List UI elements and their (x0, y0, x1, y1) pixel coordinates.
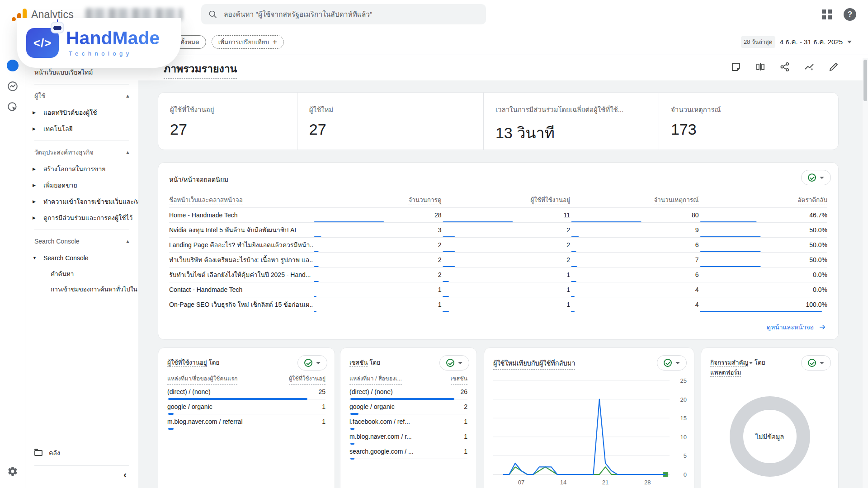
column-header[interactable]: อัตราตีกลับ (699, 195, 828, 207)
sidebar-item[interactable]: ▶แอตทริบิวต์ของผู้ใช้ (25, 104, 138, 121)
value-bar (700, 311, 822, 312)
source-row[interactable]: google / organic2 (349, 399, 467, 414)
data-quality-dropdown[interactable] (439, 355, 469, 371)
insights-icon[interactable] (804, 61, 815, 72)
sidebar-item[interactable]: ▼Search Console (25, 250, 138, 266)
value-bar (350, 413, 359, 415)
value-bar (700, 266, 761, 267)
table-row[interactable]: Home - Handmade Tech28118046.7% (169, 207, 827, 222)
source-row[interactable]: search.google.com / ...1 (349, 444, 467, 459)
table-row[interactable]: On-Page SEO เว็บธุรกิจ ใหม่ เช็กลิสต์ 15… (169, 297, 827, 312)
google-apps-grid-icon[interactable] (822, 9, 832, 19)
library-label: คลัง (49, 448, 60, 458)
line-chart: 051015202507142128ธ.ค. (487, 374, 691, 488)
advertising-icon[interactable] (6, 100, 19, 114)
add-comparison-chip[interactable]: เพิ่มการเปรียบเทียบ + (212, 35, 284, 49)
table-cell: 4 (570, 297, 699, 312)
value-bar (571, 311, 575, 312)
metric-value: 27 (309, 121, 483, 138)
sidebar-item[interactable]: ▶ดูการมีส่วนร่วมและการคงผู้ใช้ไว้ (25, 210, 138, 226)
table-row[interactable]: Nvidia ลงทุน Intel 5 พันล้าน จับมือพัฒนา… (169, 222, 827, 237)
data-quality-dropdown[interactable] (801, 170, 831, 185)
source-value: 1 (464, 433, 467, 440)
home-icon[interactable] (6, 59, 19, 72)
column-header[interactable]: จำนวนเหตุการณ์ (570, 195, 699, 207)
folder-icon (34, 450, 42, 456)
column-headers[interactable]: แหล่งที่มา / สื่อของเ...เซสชัน (349, 374, 467, 385)
value-bar (571, 281, 576, 282)
source-label: google / organic (167, 403, 212, 410)
check-circle-icon (664, 359, 672, 367)
table-row[interactable]: ทำเว็บบริษัท ต้องเตรียมอะไรบ้าง: เนื้อหา… (169, 252, 827, 267)
settings-gear-icon[interactable] (6, 465, 19, 478)
search-bar[interactable] (201, 4, 486, 24)
platform-card-title: กิจกรรมสำคัญ โดย แพลตฟอร์ม (710, 358, 796, 378)
column-header[interactable]: ชื่อหน้าเว็บและคลาสหน้าจอ (169, 195, 313, 207)
table-cell: 1 (442, 282, 571, 297)
metric-1: ผู้ใช้ใหม่27 (297, 93, 483, 150)
table-row[interactable]: รับทำเว็บไซต์ เลือกยังไงให้คุ้มค่าในปี 2… (169, 267, 827, 282)
pages-card-title: หน้า/หน้าจอยอดนิยม (169, 174, 827, 185)
date-range-picker[interactable]: 28 วันล่าสุด 4 ธ.ค. - 31 ธ.ค. 2025 (741, 29, 852, 55)
share-icon[interactable] (779, 61, 790, 72)
sidebar-item[interactable]: การเข้าชมของการค้นหาทั่วไปใน ... (25, 282, 138, 297)
reports-icon[interactable] (6, 80, 19, 93)
source-row[interactable]: m.blog.naver.com / referral1 (167, 414, 326, 429)
help-icon[interactable]: ? (844, 8, 856, 21)
chevron-down-icon[interactable] (749, 362, 753, 364)
source-value: 26 (460, 388, 467, 395)
sidebar-item[interactable]: คำค้นหา (25, 266, 138, 282)
sidebar-item[interactable]: ▶สร้างโอกาสในการขาย (25, 161, 138, 177)
source-row[interactable]: m.blog.naver.com / r...1 (349, 429, 467, 444)
sidebar-section-header[interactable]: วัตถุประสงค์ทางธุรกิจ▲ (25, 144, 138, 161)
table-row[interactable]: Landing Page คืออะไร? ทำไมยิงแอดแล้วควรม… (169, 237, 827, 252)
comparison-columns-icon[interactable] (755, 61, 766, 72)
search-icon (208, 10, 217, 19)
arrow-right-icon (818, 323, 826, 331)
collapse-sidebar-icon[interactable]: ‹ (123, 469, 127, 480)
table-cell: 80 (570, 208, 699, 222)
source-value: 1 (464, 418, 467, 425)
table-row[interactable]: Contact - Handmade Tech1140.0% (169, 282, 827, 297)
table-cell: 2 (442, 223, 571, 237)
table-cell: 4 (570, 282, 699, 297)
chevron-up-icon: ▲ (125, 93, 130, 99)
sidebar-item[interactable]: ▶เพิ่มยอดขาย (25, 177, 138, 193)
value-bar (571, 221, 642, 222)
source-row[interactable]: google / organic1 (167, 399, 326, 414)
table-cell: Home - Handmade Tech (169, 208, 313, 222)
edit-pencil-icon[interactable] (828, 61, 839, 72)
scrollbar[interactable] (863, 58, 868, 488)
key-events-platform-card: กิจกรรมสำคัญ โดย แพลตฟอร์ม ไม่มีข้อมูล (701, 347, 839, 488)
search-input[interactable] (224, 10, 479, 19)
feedback-note-icon[interactable] (731, 61, 741, 72)
table-cell: 0.0% (699, 282, 828, 297)
svg-text:15: 15 (680, 415, 687, 422)
value-bar (443, 251, 455, 252)
source-row[interactable]: (direct) / (none)26 (349, 385, 467, 399)
metric-label: เวลาในการมีส่วนร่วมโดยเฉลี่ยต่อผู้ใช้ที่… (495, 104, 659, 115)
no-data-label: ไม่มีข้อมูล (755, 432, 784, 442)
report-sidebar: หน้าเว็บแบบเรียลไทม์ผู้ใช้▲▶แอตทริบิวต์ข… (25, 29, 138, 488)
filter-bar: ผู้ใช้ทั้งหมด เพิ่มการเปรียบเทียบ + 28 ว… (138, 29, 868, 55)
source-row[interactable]: l.facebook.com / ref...1 (349, 414, 467, 429)
sidebar-item-library[interactable]: คลัง (25, 444, 138, 462)
sidebar-section-header[interactable]: ผู้ใช้▲ (25, 87, 138, 104)
column-header[interactable]: จำนวนการดู (313, 195, 442, 207)
data-quality-dropdown[interactable] (657, 355, 687, 371)
sidebar-item[interactable]: ▶เทคโนโลยี (25, 121, 138, 137)
svg-text:07: 07 (518, 479, 524, 486)
scrollbar-thumb[interactable] (863, 60, 867, 101)
table-cell: 1 (442, 297, 571, 312)
column-header[interactable]: ผู้ใช้ที่ใช้งานอยู่ (442, 195, 571, 207)
chevron-down-icon (675, 362, 680, 364)
watermark-subtitle: Technology (66, 50, 160, 57)
data-quality-dropdown[interactable] (801, 355, 831, 371)
sidebar-item[interactable]: ▶ทำความเข้าใจการเข้าชมเว็บและ/หรื... (25, 193, 138, 210)
column-headers[interactable]: แหล่งที่มา/สื่อของผู้ใช้คนแรกผู้ใช้ที่ใช… (167, 374, 326, 385)
view-pages-link[interactable]: ดูหน้าและหน้าจอ (767, 322, 826, 332)
sidebar-section-header[interactable]: Search Console▲ (25, 233, 138, 250)
data-quality-dropdown[interactable] (297, 355, 327, 371)
source-row[interactable]: (direct) / (none)25 (167, 385, 326, 399)
date-preset: 28 วันล่าสุด (741, 36, 775, 48)
